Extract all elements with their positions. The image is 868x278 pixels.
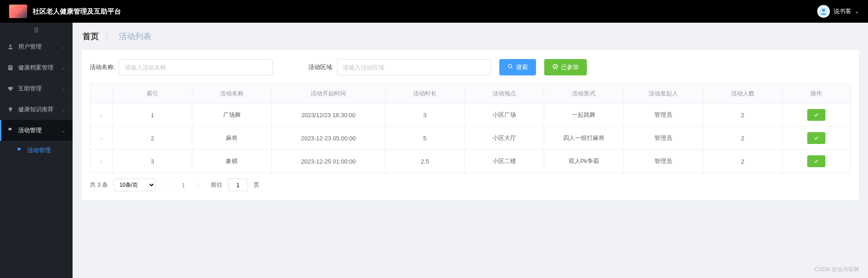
sidebar-collapse-button[interactable]: ||| [0,23,73,36]
sidebar-item-label: 活动管理 [18,126,61,134]
col-duration: 活动时长 [385,84,464,104]
col-actions: 操作 [782,84,850,104]
expand-row-button[interactable]: › [90,150,113,173]
cell-count: 2 [703,127,782,150]
cell-actions [782,127,850,150]
cell-creator: 管理员 [624,127,703,150]
sidebar-subitem-label: 活动管理 [27,146,51,154]
svg-rect-4 [10,66,12,67]
prev-page-button[interactable]: 〈 [161,181,172,189]
cell-start: 2023-12-25 01:00:00 [272,150,385,173]
row-action-button[interactable] [807,109,825,121]
chevron-down-icon: ⌄ [61,128,65,134]
chevron-down-icon: ⌄ [61,86,65,92]
sidebar-item-knowledge[interactable]: 健康知识推荐 ⌄ [0,99,73,120]
cell-form: 四人一组打麻将 [544,127,624,150]
goto-label: 前往 [211,181,223,189]
next-page-button[interactable]: 〉 [194,181,205,189]
goto-page-input[interactable] [228,179,248,191]
chevron-down-icon: ⌄ [61,65,65,71]
flag-icon [7,127,14,134]
col-count: 活动人数 [703,84,782,104]
cell-form: 一起跳舞 [544,104,624,127]
watermark: CSDN @说书客啊 [814,266,859,273]
header-left: 社区老人健康管理及互助平台 [9,5,121,18]
main-content: 首页 〉 活动列表 活动名称: 活动区域: 搜索 [73,23,868,278]
filter-bar: 活动名称: 活动区域: 搜索 已参加 [90,59,851,75]
chevron-down-icon: ⌄ [61,44,65,50]
sidebar-item-user[interactable]: 用户管理 ⌄ [0,36,73,57]
svg-rect-5 [10,67,12,68]
breadcrumb-separator: 〉 [105,32,113,41]
cell-index: 2 [113,127,192,150]
expand-row-button[interactable]: › [90,127,113,150]
col-creator: 活动发起人 [624,84,703,104]
pagination-total: 共 3 条 [90,181,108,189]
cell-start: 2023/12/23 18:30:00 [272,104,385,127]
activity-name-input[interactable] [119,59,273,75]
col-form: 活动形式 [544,84,624,104]
cell-creator: 管理员 [624,104,703,127]
expand-row-button[interactable]: › [90,104,113,127]
sidebar-item-label: 互助管理 [18,84,61,93]
sidebar-item-label: 健康档案管理 [18,64,61,72]
table-header: 索引 活动名称 活动开始时间 活动时长 活动地点 活动形式 活动发起人 活动人数… [90,84,851,104]
col-place: 活动地点 [464,84,544,104]
pagination: 共 3 条 10条/页 〈 1 〉 前往 页 [90,179,851,191]
table-row: › 3 象棋 2023-12-25 01:00:00 2.5 小区二楼 双人Pk… [90,150,851,173]
cell-duration: 5 [385,127,464,150]
breadcrumb-home[interactable]: 首页 [83,32,99,41]
heart-icon [7,85,14,92]
col-start: 活动开始时间 [272,84,385,104]
cell-count: 2 [703,150,782,173]
search-icon [507,64,513,71]
filter-name-label: 活动名称: [90,63,115,71]
row-action-button[interactable] [807,132,825,144]
cell-place: 小区广场 [464,104,544,127]
cell-start: 2023-12-23 05:00:00 [272,127,385,150]
chevron-down-icon: ⌄ [61,107,65,113]
user-name: 说书客 [834,7,851,15]
cell-form: 双人Pk争霸 [544,150,624,173]
svg-point-1 [822,9,825,12]
cell-index: 3 [113,150,192,173]
records-icon [7,65,14,71]
sidebar-subitem-activity-manage[interactable]: 活动管理 [0,141,73,160]
joined-button[interactable]: 已参加 [544,59,587,75]
flag-icon [16,147,23,154]
chevron-down-icon: ⌄ [855,9,859,15]
logo-image [9,5,27,18]
sidebar-item-label: 健康知识推荐 [18,105,61,114]
svg-point-2 [10,45,12,47]
row-action-button[interactable] [807,155,825,167]
table-row: › 1 广场舞 2023/12/23 18:30:00 3 小区广场 一起跳舞 … [90,104,851,127]
breadcrumb: 首页 〉 活动列表 [73,23,868,50]
cell-place: 小区二楼 [464,150,544,173]
col-expand [90,84,113,104]
cell-place: 小区大厅 [464,127,544,150]
cell-actions [782,104,850,127]
cell-creator: 管理员 [624,150,703,173]
svg-point-8 [508,65,512,68]
content-card: 活动名称: 活动区域: 搜索 已参加 [82,50,859,200]
sidebar-item-health-records[interactable]: 健康档案管理 ⌄ [0,57,73,78]
activity-table: 索引 活动名称 活动开始时间 活动时长 活动地点 活动形式 活动发起人 活动人数… [90,84,851,173]
page-suffix: 页 [254,181,259,189]
sidebar-item-mutual-aid[interactable]: 互助管理 ⌄ [0,78,73,99]
sidebar-item-activity[interactable]: 活动管理 ⌄ [0,120,73,141]
sidebar-item-label: 用户管理 [18,43,61,51]
user-icon [7,44,14,50]
avatar [817,5,830,18]
bulb-icon [7,106,14,113]
cell-duration: 2.5 [385,150,464,173]
svg-point-6 [9,107,12,110]
activity-region-input[interactable] [337,59,491,75]
cell-index: 1 [113,104,192,127]
header: 社区老人健康管理及互助平台 说书客 ⌄ [0,0,868,23]
cell-actions [782,150,850,173]
search-button[interactable]: 搜索 [499,59,536,75]
svg-rect-7 [10,110,11,111]
user-menu[interactable]: 说书客 ⌄ [817,5,859,18]
page-number[interactable]: 1 [178,182,188,189]
page-size-select[interactable]: 10条/页 [113,179,156,191]
